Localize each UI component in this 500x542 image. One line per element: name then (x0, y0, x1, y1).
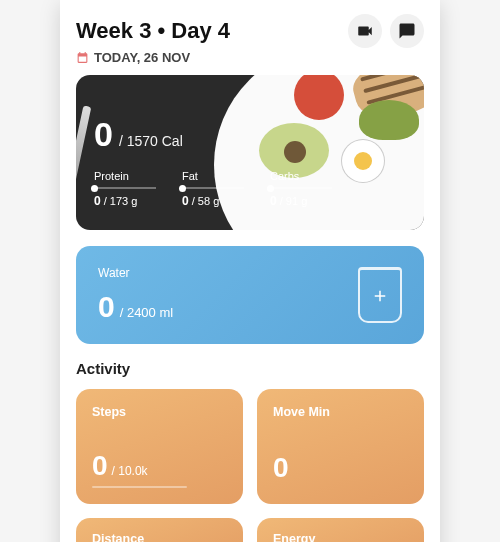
activity-grid: Steps 0 / 10.0k Move Min 0 Distance En (76, 389, 424, 542)
activity-goal: / 10.0k (112, 464, 148, 478)
fork-illustration (76, 105, 91, 214)
app-screen: Week 3 • Day 4 TODAY, 26 NOV 0 / 1570 Ca… (60, 0, 440, 542)
macro-fat: Fat 0 / 58 g (182, 170, 244, 208)
water-card[interactable]: Water 0 / 2400 ml (76, 246, 424, 344)
macros-row: Protein 0 / 173 g Fat 0 / 58 g Carbs 0 /… (94, 170, 406, 208)
macro-label: Protein (94, 170, 156, 182)
macro-carbs: Carbs 0 / 91 g (270, 170, 332, 208)
calendar-icon (76, 51, 89, 64)
water-goal: / 2400 ml (120, 305, 173, 320)
activity-card-movemin[interactable]: Move Min 0 (257, 389, 424, 504)
activity-value: 0 (92, 450, 108, 482)
date-label: TODAY, 26 NOV (94, 50, 190, 65)
add-water-button[interactable] (358, 267, 402, 323)
water-value: 0 (98, 290, 115, 324)
activity-card-energy[interactable]: Energy (257, 518, 424, 542)
video-icon (356, 22, 374, 40)
activity-value-row: 0 (273, 452, 408, 484)
activity-card-distance[interactable]: Distance (76, 518, 243, 542)
macro-value: 0 / 173 g (94, 194, 156, 208)
macro-progress-bar (94, 187, 156, 189)
calories-value: 0 (94, 115, 113, 154)
macro-label: Fat (182, 170, 244, 182)
macro-protein: Protein 0 / 173 g (94, 170, 156, 208)
calories-row: 0 / 1570 Cal (94, 115, 406, 154)
activity-value: 0 (273, 452, 289, 484)
water-info: Water 0 / 2400 ml (98, 266, 173, 324)
plus-icon (371, 287, 389, 305)
activity-label: Move Min (273, 405, 408, 419)
activity-card-steps[interactable]: Steps 0 / 10.0k (76, 389, 243, 504)
activity-value-row: 0 / 10.0k (92, 450, 227, 482)
activity-label: Steps (92, 405, 227, 419)
activity-section-title: Activity (76, 360, 424, 377)
video-button[interactable] (348, 14, 382, 48)
activity-label: Distance (92, 532, 227, 542)
date-row: TODAY, 26 NOV (76, 50, 424, 65)
nutrition-card[interactable]: 0 / 1570 Cal Protein 0 / 173 g Fat 0 / 5… (76, 75, 424, 230)
macro-progress-bar (270, 187, 332, 189)
food-tomato (294, 75, 344, 120)
macro-progress-bar (182, 187, 244, 189)
activity-label: Energy (273, 532, 408, 542)
calories-goal: / 1570 Cal (119, 133, 183, 149)
header: Week 3 • Day 4 (76, 14, 424, 48)
water-label: Water (98, 266, 173, 280)
chat-icon (398, 22, 416, 40)
header-actions (348, 14, 424, 48)
chat-button[interactable] (390, 14, 424, 48)
page-title: Week 3 • Day 4 (76, 18, 230, 44)
activity-progress-bar (92, 486, 187, 488)
macro-value: 0 / 58 g (182, 194, 244, 208)
water-value-row: 0 / 2400 ml (98, 290, 173, 324)
macro-value: 0 / 91 g (270, 194, 332, 208)
macro-label: Carbs (270, 170, 332, 182)
